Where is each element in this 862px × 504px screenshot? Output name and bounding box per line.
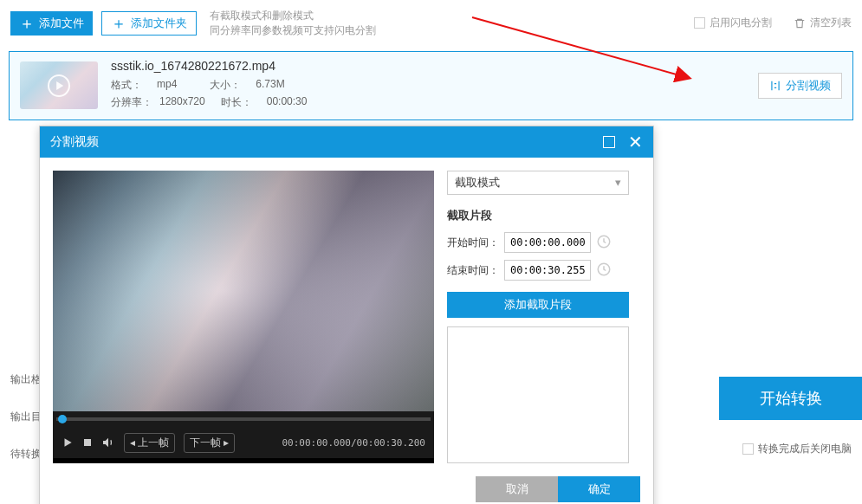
clear-list-button[interactable]: 清空列表 <box>794 16 852 30</box>
next-frame-button[interactable]: 下一帧▸ <box>184 433 235 453</box>
start-time-label: 开始时间： <box>447 236 499 250</box>
start-convert-button[interactable]: 开始转换 <box>719 377 862 420</box>
stop-icon[interactable] <box>82 437 93 448</box>
output-dir-label: 输出目 <box>10 410 42 424</box>
split-video-button[interactable]: 分割视频 <box>758 73 842 99</box>
split-dialog: 分割视频 ✕ ◂上一帧 下一帧▸ 00:00:00.000/00:00:30.2… <box>39 126 654 504</box>
file-thumbnail[interactable] <box>20 61 98 109</box>
close-icon[interactable]: ✕ <box>628 133 643 151</box>
file-item[interactable]: ssstik.io_1674280221672.mp4 格式：mp4 大小：6.… <box>9 51 853 120</box>
segment-section-title: 截取片段 <box>447 208 629 223</box>
plus-icon: ＋ <box>19 16 35 31</box>
mode-select[interactable]: 截取模式 <box>447 171 629 195</box>
volume-icon[interactable] <box>101 436 115 449</box>
checkbox-icon <box>694 17 705 29</box>
enable-flash-checkbox[interactable]: 启用闪电分割 <box>694 16 772 30</box>
maximize-icon[interactable] <box>603 136 615 148</box>
pending-label: 待转换 <box>10 447 42 462</box>
hint-text: 有截取模式和删除模式 同分辨率同参数视频可支持闪电分割 <box>210 9 376 38</box>
shutdown-checkbox[interactable]: 转换完成后关闭电脑 <box>742 442 852 456</box>
svg-rect-1 <box>84 439 91 446</box>
video-frame[interactable] <box>53 171 434 411</box>
add-segment-button[interactable]: 添加截取片段 <box>447 292 629 318</box>
start-time-input[interactable] <box>504 232 591 253</box>
dialog-titlebar[interactable]: 分割视频 ✕ <box>40 126 653 158</box>
checkbox-icon <box>742 443 754 455</box>
add-file-button[interactable]: ＋添加文件 <box>10 11 93 36</box>
scrubber[interactable] <box>53 411 434 427</box>
end-time-label: 结束时间： <box>447 263 499 278</box>
ok-button[interactable]: 确定 <box>558 476 640 502</box>
segment-list[interactable] <box>447 326 629 463</box>
clock-icon[interactable] <box>596 262 612 280</box>
dialog-title: 分割视频 <box>50 134 603 150</box>
plus-icon: ＋ <box>111 16 126 31</box>
cancel-button[interactable]: 取消 <box>476 476 558 502</box>
time-display: 00:00:00.000/00:00:30.200 <box>282 437 425 449</box>
video-player: ◂上一帧 下一帧▸ 00:00:00.000/00:00:30.200 <box>53 171 434 463</box>
prev-frame-button[interactable]: ◂上一帧 <box>124 433 175 453</box>
trash-icon <box>794 17 806 29</box>
play-icon[interactable] <box>62 436 74 449</box>
file-name: ssstik.io_1674280221672.mp4 <box>111 59 307 73</box>
add-folder-button[interactable]: ＋添加文件夹 <box>101 11 197 36</box>
output-format-label: 输出格 <box>10 372 42 387</box>
clock-icon[interactable] <box>596 234 612 252</box>
scrub-handle[interactable] <box>58 415 67 423</box>
split-icon <box>769 80 781 92</box>
end-time-input[interactable] <box>504 260 591 281</box>
